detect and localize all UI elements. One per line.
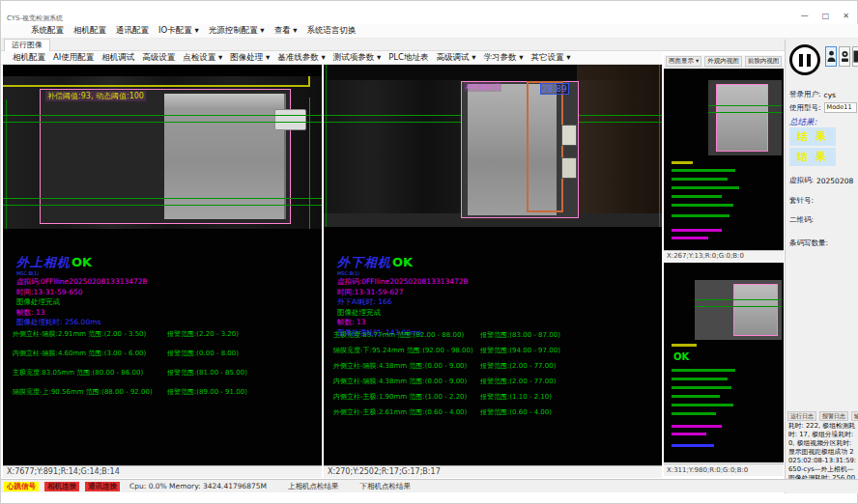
cpu-memory-text: Cpu: 0.0% Memory: 3424.41796875M [129,482,267,490]
mini-thumb-image [695,280,782,340]
measurement-value: 外侧立柱-隔膜:4.38mm 范围:(0.00 - 9.00) [333,361,480,371]
mini-text-line [672,169,735,172]
tool-plc-address-table[interactable]: PLC地址表 [385,52,432,64]
minimize-icon[interactable]: — [801,12,809,20]
mini-tab-outer-view[interactable]: 外观内视图 [704,56,742,67]
measurement-list-left: 外侧立柱-隔膜:2.91mm 范围:(2.00 - 3.50)报警范围:(2.2… [13,324,318,402]
menu-item-system-config[interactable]: 系统配置 [26,25,69,37]
yellow-guide-line-vertical [308,76,310,87]
mini-text-line [672,369,735,372]
measurement-row: 隔膜宽度-下:95.24mm 范围:(92.00 - 98.00)报警范围:(9… [333,343,660,358]
measure-line [3,205,322,206]
pixel-coords-middle: X:270;Y:2502;R:17;G:17;B:17 [324,465,662,478]
model-row: 使用型号: Mode11 [789,102,857,113]
mini-text-line [672,161,693,164]
measurement-row: 内侧立柱-隔膜:4.38mm 范围:(0.00 - 9.00)报警范围:(2.0… [333,374,660,389]
log-tab-output[interactable]: 输出日志 [851,411,858,421]
menu-item-light-config[interactable]: 光源控制配置 ▾ [204,25,270,37]
menu-item-camera-config[interactable]: 相机配置 [69,25,111,37]
tab-run-image[interactable]: 运行图像 [4,39,50,51]
mini-tab-front-view[interactable]: 前脸内视图 [745,56,783,67]
green-guide-line-right [659,65,660,227]
alarm-range: 报警范围:(2.00 - 77.00) [480,361,556,371]
log-tab-run[interactable]: 运行日志 [787,411,816,421]
barcode-line: 虚拟码:0FFIline2025020813313472B [16,277,148,287]
result-ok-label: OK [72,255,92,269]
camera-name: 外上相机 [16,255,71,269]
measurement-list-middle: 主极宽度:83.77mm 范围:(82.00 - 88.00)报警范围:(83.… [333,327,660,420]
mini-text-line [672,204,733,207]
frames-line: 帧数: 13 [337,318,469,327]
logout-icon [853,50,858,63]
tool-spot-check[interactable]: 点检设置 ▾ [179,52,226,64]
measure-line [695,306,782,307]
mini-text-line [672,444,714,447]
tool-other-settings[interactable]: 其它设置 ▾ [527,52,574,64]
tool-advanced-settings[interactable]: 高级设置 [138,52,179,64]
measurement-value: 主极宽度:83.05mm 范围:(80.00 - 86.00) [13,368,167,378]
qrcode-row: 二维码: [789,215,814,225]
operator-button[interactable] [839,46,850,67]
tab-strip [1,39,858,51]
model-label: 使用型号: [789,103,821,113]
camera-title: 外上相机OK [16,254,148,271]
mini-text-line [672,425,722,428]
mini-text-line [672,386,731,389]
lower-check-label[interactable]: 下相机点检结果 [360,482,412,491]
tool-camera-debug[interactable]: 相机调试 [98,52,138,64]
menu-item-comm-config[interactable]: 通讯配置 [111,25,154,37]
toolbar: 相机配置 AI使用配置 相机调试 高级设置 点检设置 ▾ 图像处理 ▾ 基准线参… [1,51,662,65]
roi-box-orange [527,81,563,212]
tool-learning-params[interactable]: 学习参数 ▾ [479,52,527,64]
time-line: 时间:13-31-59-650 [16,288,148,297]
model-value-field[interactable]: Mode11 [824,102,857,113]
measurement-value: 隔膜宽度-下:95.24mm 范围:(92.00 - 98.00) [333,346,480,355]
green-guide-line-left [6,99,7,229]
menu-item-io-config[interactable]: IO卡配置 ▾ [154,25,204,37]
camera-view-upper-outer[interactable]: 补偿阈值:93, 动态阈值:100 外上相机OK MSC:B(1) 虚拟码:0F… [3,65,322,478]
ai-region-label: AI检测区域 [464,82,501,92]
green-guide-line-right [309,98,310,229]
log-tab-alarm[interactable]: 报警日志 [819,411,848,421]
mini-text-line [672,412,716,415]
camera-image-middle[interactable]: AI检测区域 28.89 [324,65,662,227]
login-user-value: cys [824,91,836,99]
virtual-code-value: 20250208 [816,177,853,185]
mini-text-line [672,404,733,406]
tool-advanced-debug[interactable]: 高级调试 ▾ [433,52,480,64]
time-line: 时间:13-31-59-627 [337,288,469,297]
maximize-icon[interactable]: □ [822,12,830,20]
user-button[interactable] [825,46,837,67]
close-icon[interactable]: ✕ [843,12,849,20]
needle-label: 套针号: [789,196,814,206]
camera-image-left[interactable]: 补偿阈值:93, 动态阈值:100 [3,76,322,229]
menu-bar: 系统配置 相机配置 通讯配置 IO卡配置 ▾ 光源控制配置 ▾ 查看 ▾ 系统语… [1,24,858,39]
tool-baseline-params[interactable]: 基准线参数 ▾ [273,52,329,64]
mini-text-line [672,195,722,198]
upper-check-label[interactable]: 上相机点检结果 [288,482,339,491]
measurement-value: 外侧立柱-主极:2.61mm 范围:(0.60 - 4.00) [333,407,480,417]
alarm-range: 报警范围:(81.00 - 85.00) [167,368,247,378]
logout-button[interactable] [852,46,858,67]
tool-image-processing[interactable]: 图像处理 ▾ [226,52,273,64]
menu-item-language-switch[interactable]: 系统语言切换 [302,25,361,37]
camera-view-lower-outer[interactable]: AI检测区域 28.89 外下相机OK MSC:B(1) 虚拟码:0FFIlin… [324,65,662,478]
result-badge: 结 果 [789,127,836,146]
measurement-row: 主极宽度:83.77mm 范围:(82.00 - 88.00)报警范围:(83.… [333,327,660,343]
mini-tab-display[interactable]: 画面显示 ▾ [666,56,701,67]
machinery-band [577,65,662,227]
tool-ai-usage-config[interactable]: AI使用配置 [49,52,98,64]
mini-text-line [672,395,720,398]
result-ok-label: OK [673,351,689,362]
frames-line: 帧数: 13 [16,308,148,318]
mini-view-2[interactable]: OK [664,263,784,462]
measure-line [695,299,782,300]
measurement-row: 外侧立柱-隔膜:4.38mm 范围:(0.00 - 9.00)报警范围:(2.0… [333,358,660,374]
tool-camera-config[interactable]: 相机配置 [9,52,49,64]
pause-button[interactable] [789,44,820,75]
mini-view-1[interactable] [664,69,784,250]
measurement-value: 内侧立柱-隔膜:4.38mm 范围:(0.00 - 9.00) [333,377,480,386]
tool-test-params[interactable]: 测试项参数 ▾ [329,52,385,64]
pixel-coords-mini2: X:311;Y:980;R:0;G:0;B:0 [664,463,784,476]
menu-item-view[interactable]: 查看 ▾ [270,25,302,37]
